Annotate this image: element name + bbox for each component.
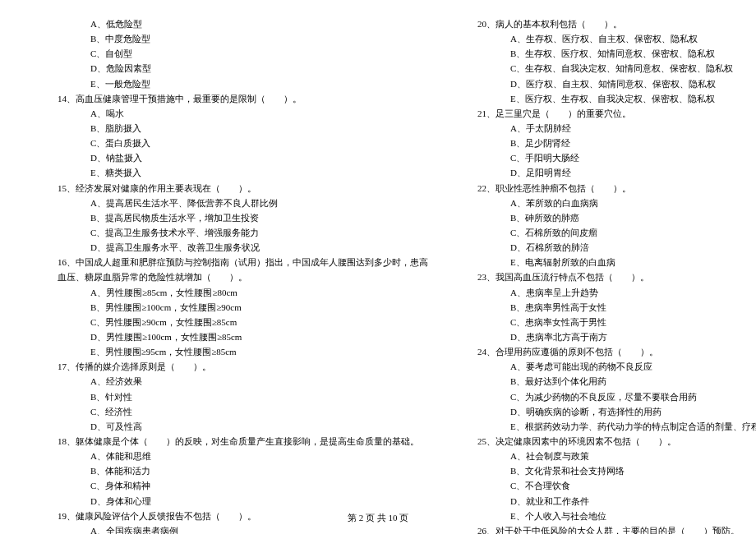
q14-opt-b: B、脂肪摄入 xyxy=(41,121,428,136)
q22-text: 22、职业性恶性肿瘤不包括（ ）。 xyxy=(461,181,756,196)
q17-opt-d: D、可及性高 xyxy=(41,419,428,434)
q16-text-cont: 血压、糖尿血脂异常的危险性就增加（ ）。 xyxy=(41,269,428,284)
q22-opt-d: D、石棉所致的肺涪 xyxy=(461,240,756,255)
q21-opt-c: C、手阳明大肠经 xyxy=(461,150,756,165)
q17-opt-a: A、经济效果 xyxy=(41,374,428,389)
q25-opt-d: D、就业和工作条件 xyxy=(461,494,756,509)
q17-opt-b: B、针对性 xyxy=(41,389,428,404)
q16-opt-a: A、男性腰围≥85cm，女性腰围≥80cm xyxy=(41,285,428,300)
q13-opt-a: A、低危险型 xyxy=(41,16,428,31)
q21-text: 21、足三里穴是（ ）的重要穴位。 xyxy=(461,106,756,121)
q18-opt-d: D、身体和心理 xyxy=(41,494,428,509)
q14-opt-d: D、钠盐摄入 xyxy=(41,150,428,165)
q24-text: 24、合理用药应遵循的原则不包括（ ）。 xyxy=(461,344,756,359)
q13-opt-c: C、自创型 xyxy=(41,46,428,61)
q14-opt-e: E、糖类摄入 xyxy=(41,165,428,180)
q18-opt-a: A、体能和思维 xyxy=(41,449,428,463)
q17-opt-c: C、经济性 xyxy=(41,404,428,419)
q13-opt-d: D、危险因素型 xyxy=(41,61,428,76)
q21-opt-d: D、足阳明胃经 xyxy=(461,165,756,180)
q20-opt-c: C、生存权、自我决定权、知情同意权、保密权、隐私权 xyxy=(461,61,756,76)
q15-opt-b: B、提高居民物质生活水平，增加卫生投资 xyxy=(41,210,428,225)
q20-opt-b: B、生存权、医疗权、知情同意权、保密权、隐私权 xyxy=(461,46,756,61)
q22-opt-c: C、石棉所致的间皮瘤 xyxy=(461,225,756,240)
q18-opt-b: B、体能和活力 xyxy=(41,463,428,478)
q24-opt-a: A、要考虑可能出现的药物不良反应 xyxy=(461,359,756,374)
q13-opt-e: E、一般危险型 xyxy=(41,76,428,91)
q26-text: 26、对于处于中低风险的大众人群，主要的目的是（ ）预防。 xyxy=(461,523,756,534)
q21-opt-a: A、手太阴肺经 xyxy=(461,121,756,136)
q14-opt-a: A、喝水 xyxy=(41,106,428,121)
q16-opt-b: B、男性腰围≥100cm，女性腰围≥90cm xyxy=(41,300,428,315)
q25-opt-b: B、文化背景和社会支持网络 xyxy=(461,463,756,478)
q20-opt-a: A、生存权、医疗权、自主权、保密权、隐私权 xyxy=(461,31,756,46)
q25-opt-c: C、不合理饮食 xyxy=(461,478,756,493)
q24-opt-e: E、根据药效动力学、药代动力学的特点制定合适的剂量、疗程、给药途径 xyxy=(461,419,756,434)
q23-opt-a: A、患病率呈上升趋势 xyxy=(461,285,756,300)
q24-opt-d: D、明确疾病的诊断，有选择性的用药 xyxy=(461,404,756,419)
q25-opt-a: A、社会制度与政策 xyxy=(461,449,756,463)
page-footer: 第 2 页 共 10 页 xyxy=(0,512,756,524)
q23-opt-b: B、患病率男性高于女性 xyxy=(461,300,756,315)
q24-opt-b: B、最好达到个体化用药 xyxy=(461,374,756,389)
q20-opt-e: E、医疗权、生存权、自我决定权、保密权、隐私权 xyxy=(461,91,756,106)
q24-opt-c: C、为减少药物的不良反应，尽量不要联合用药 xyxy=(461,389,756,404)
q17-text: 17、传播的媒介选择原则是（ ）。 xyxy=(41,359,428,374)
q13-opt-b: B、中度危险型 xyxy=(41,31,428,46)
q16-text: 16、中国成人超重和肥胖症预防与控制指南（试用）指出，中国成年人腰围达到多少时，… xyxy=(41,255,428,269)
q15-opt-c: C、提高卫生服务技术水平、增强服务能力 xyxy=(41,225,428,240)
q23-opt-d: D、患病率北方高于南方 xyxy=(461,329,756,344)
q18-opt-c: C、身体和精神 xyxy=(41,478,428,493)
q15-opt-a: A、提高居民生活水平、降低营养不良人群比例 xyxy=(41,196,428,210)
q23-opt-c: C、患病率女性高于男性 xyxy=(461,315,756,329)
q22-opt-b: B、砷所致的肺癌 xyxy=(461,210,756,225)
q15-opt-d: D、提高卫生服务水平、改善卫生服务状况 xyxy=(41,240,428,255)
q18-text: 18、躯体健康是个体（ ）的反映，对生命质量产生直接影响，是提高生命质量的基础。 xyxy=(41,434,428,449)
q14-opt-c: C、蛋白质摄入 xyxy=(41,136,428,150)
q16-opt-d: D、男性腰围≥100cm，女性腰围≥85cm xyxy=(41,329,428,344)
q20-text: 20、病人的基本权利包括（ ）。 xyxy=(461,16,756,31)
q19-opt-a: A、全国疾病患者病例 xyxy=(41,523,428,534)
right-column: 20、病人的基本权利包括（ ）。 A、生存权、医疗权、自主权、保密权、隐私权 B… xyxy=(461,16,756,534)
q21-opt-b: B、足少阴肾经 xyxy=(461,136,756,150)
q15-text: 15、经济发展对健康的作用主要表现在（ ）。 xyxy=(41,181,428,196)
q25-text: 25、决定健康因素中的环境因素不包括（ ）。 xyxy=(461,434,756,449)
q16-opt-c: C、男性腰围≥90cm，女性腰围≥85cm xyxy=(41,315,428,329)
q22-opt-a: A、苯所致的白血病病 xyxy=(461,196,756,210)
q16-opt-e: E、男性腰围≥95cm，女性腰围≥85cm xyxy=(41,344,428,359)
q20-opt-d: D、医疗权、自主权、知情同意权、保密权、隐私权 xyxy=(461,76,756,91)
q23-text: 23、我国高血压流行特点不包括（ ）。 xyxy=(461,269,756,284)
left-column: A、低危险型 B、中度危险型 C、自创型 D、危险因素型 E、一般危险型 14、… xyxy=(41,16,428,534)
q14-text: 14、高血压健康管理干预措施中，最重要的是限制（ ）。 xyxy=(41,91,428,106)
q22-opt-e: E、电离辐射所致的白血病 xyxy=(461,255,756,269)
